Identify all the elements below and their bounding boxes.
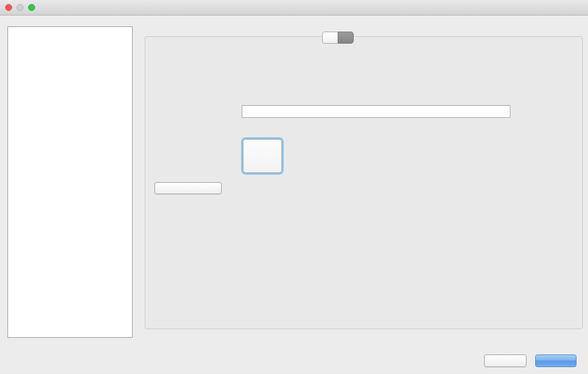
tab-signing[interactable] bbox=[338, 32, 354, 44]
window-controls bbox=[5, 4, 35, 11]
signing-panel bbox=[145, 36, 583, 329]
generate-row bbox=[241, 137, 573, 175]
signing-help-button[interactable] bbox=[154, 182, 222, 194]
app-id-row bbox=[154, 105, 573, 118]
tab-bar bbox=[322, 32, 354, 44]
tab-options[interactable] bbox=[322, 32, 338, 44]
titlebar bbox=[0, 0, 588, 16]
minimize-window-button bbox=[17, 4, 24, 11]
zoom-window-button[interactable] bbox=[28, 4, 35, 11]
close-window-button[interactable] bbox=[5, 4, 12, 11]
debug-section-heading bbox=[154, 52, 573, 61]
app-id-input[interactable] bbox=[242, 105, 510, 118]
generate-focus-ring bbox=[241, 137, 284, 175]
distribution-section-heading bbox=[154, 76, 573, 85]
ok-button[interactable] bbox=[535, 354, 577, 367]
project-properties-window: { "window": { "title": "Project Properti… bbox=[0, 0, 588, 374]
generate-button[interactable] bbox=[243, 139, 282, 173]
cancel-button[interactable] bbox=[484, 354, 527, 367]
categories-tree[interactable] bbox=[7, 26, 133, 338]
